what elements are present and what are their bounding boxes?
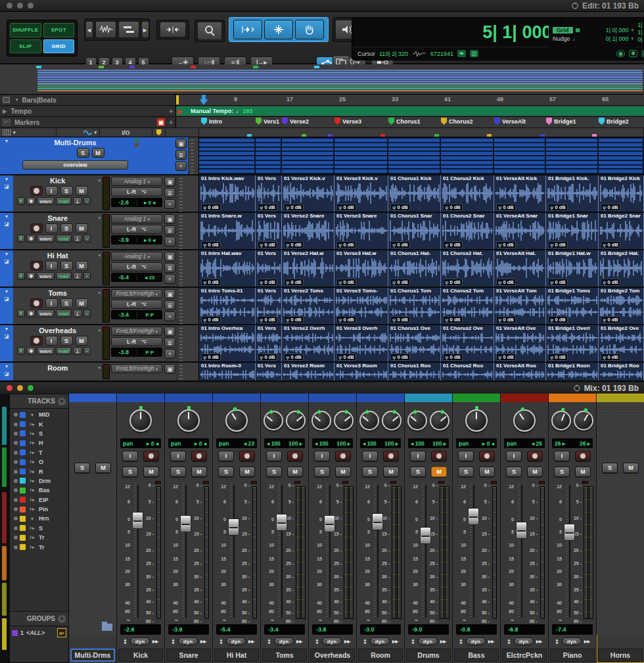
fast-forward-icon[interactable]: ▸▸ — [296, 638, 302, 645]
mute-button[interactable]: M — [76, 336, 88, 346]
tempo-ruler-label[interactable]: Tempo — [11, 108, 32, 115]
snap-icon[interactable]: ✱ — [629, 50, 637, 57]
hand-tool-icon[interactable] — [295, 20, 324, 39]
audio-clip[interactable]: 01 Verse2 Room — [282, 363, 334, 380]
automation-lane-icon[interactable]: ▣ — [175, 139, 187, 149]
fader-cap[interactable] — [228, 518, 239, 536]
bars-ruler-label[interactable]: Bars|Beats — [22, 97, 57, 104]
close-icon[interactable] — [7, 385, 12, 391]
group-list-item[interactable]: 1 <ALL> az — [10, 626, 68, 639]
solo-button[interactable]: S — [60, 336, 73, 346]
solo-button[interactable]: S — [266, 467, 282, 477]
audio-clip[interactable]: 01 Vers φ0 dB — [256, 250, 282, 286]
clip-gain-badge[interactable]: φ0 dB — [201, 354, 221, 361]
volume-display[interactable]: -5.4 — [216, 624, 257, 635]
clip-gain-badge[interactable]: φ0 dB — [548, 279, 568, 286]
sidebar-track-item-k-1[interactable]: ⊦▸ K — [10, 419, 68, 428]
output-selector[interactable]: L-R⌥ — [111, 262, 162, 271]
elastic-audio-icon[interactable]: 𝑘 — [17, 347, 25, 355]
io-column-header[interactable]: I/O — [100, 128, 152, 137]
strip-name[interactable]: Room — [358, 649, 403, 662]
freeze-icon[interactable]: ▪ — [83, 309, 91, 317]
playlist-icon[interactable]: ◪ — [4, 183, 9, 189]
playlist-icon[interactable]: ◪ — [4, 221, 9, 227]
marker-column-header[interactable] — [152, 128, 166, 137]
audio-clip[interactable]: 01 Verse2 Overh φ0 dB — [282, 325, 334, 361]
nudge-arrows-icon[interactable]: ▲▼ — [555, 638, 559, 645]
record-arm-button[interactable] — [143, 451, 159, 461]
marker-verse2[interactable]: Verse2 — [282, 118, 309, 125]
input-selector[interactable]: FrntLft/FrntRgh▾ — [111, 289, 162, 298]
strip-name[interactable]: Drums — [406, 649, 451, 662]
volume-display[interactable]: -2.6 — [120, 624, 161, 635]
pan-knob[interactable] — [225, 409, 248, 432]
voice-icon[interactable]: ⊥ — [73, 347, 83, 355]
audio-clip[interactable]: 01 Vers φ0 dB — [256, 213, 282, 249]
fader-cap[interactable] — [420, 527, 431, 544]
audio-clip[interactable]: 01 Intro Hat.wav φ0 dB — [199, 250, 256, 286]
sidebar-track-item-tr-14[interactable]: ⊦▸ Tr — [10, 542, 68, 551]
freeze-icon[interactable]: ▪ — [83, 347, 91, 355]
sidebar-track-item-t-4[interactable]: ⊦▸ T — [10, 448, 68, 457]
audio-clip[interactable]: 01 Chorus1 Roo — [388, 363, 441, 380]
sidebar-track-item-s-2[interactable]: ⊦▸ S — [10, 429, 68, 438]
clip-gain-badge[interactable]: φ0 dB — [258, 316, 277, 323]
strip-color-header[interactable] — [117, 394, 164, 402]
track-show-dot[interactable] — [14, 488, 18, 492]
shuffle-mode-button[interactable]: SHUFFLE — [10, 23, 41, 37]
clip-gain-badge[interactable]: φ0 dB — [390, 204, 410, 211]
nudge-arrows-icon[interactable]: ▲▼ — [123, 638, 127, 645]
track-menu-icon[interactable]: ▾ — [98, 178, 101, 183]
fader-cap[interactable] — [564, 524, 575, 541]
strip-name[interactable]: Hi Hat — [214, 649, 259, 662]
grid-label[interactable]: Grid — [553, 27, 573, 34]
fast-forward-icon[interactable]: ▸▸ — [200, 638, 206, 645]
clip-gain-badge[interactable]: φ0 dB — [548, 316, 568, 323]
mute-button[interactable]: M — [623, 463, 639, 473]
timebase-icon[interactable]: ✱ — [26, 309, 35, 317]
audio-clip[interactable]: 01 Vers φ0 dB — [256, 175, 282, 212]
mute-button[interactable]: M — [76, 186, 88, 196]
audio-clip[interactable]: 01 Intro Toms-01 φ0 dB — [199, 288, 256, 324]
audio-clip[interactable]: 01 Chorus2 Ove φ0 dB — [441, 325, 494, 361]
clip-gain-badge[interactable]: φ0 dB — [496, 354, 516, 361]
pan-knob[interactable] — [465, 409, 488, 432]
trim-select-icon[interactable] — [233, 20, 262, 39]
comments-icon[interactable]: ≣ — [164, 300, 175, 310]
playlist-icon[interactable]: ◪ — [4, 296, 9, 302]
audio-clip[interactable]: 01 Bridge2 Kick φ0 dB — [599, 175, 644, 212]
marker-bridge2[interactable]: Bridge2 — [599, 118, 629, 125]
clip-gain-badge[interactable]: φ0 dB — [201, 241, 221, 248]
audio-clip[interactable]: 01 VerseAlt Snar φ0 dB — [494, 213, 546, 249]
waveform-zoom-icon[interactable] — [95, 21, 116, 38]
clip-gain-badge[interactable]: φ0 dB — [390, 354, 410, 361]
audio-clip[interactable]: 01 Bridge1 Roon — [546, 363, 599, 380]
markers-ruler-area[interactable]: IntroVers1Verse2Verse3Chorus1Chorus2Vers… — [176, 117, 644, 127]
audio-clip[interactable]: 01 Verse2 Snare φ0 dB — [282, 213, 334, 249]
clip-indicator[interactable] — [582, 481, 588, 484]
universe-view[interactable] — [0, 64, 644, 95]
strip-name[interactable]: Overheads — [310, 649, 355, 662]
track-menu-icon[interactable]: ▾ — [98, 328, 101, 333]
track-show-dot[interactable] — [14, 536, 18, 539]
fast-forward-icon[interactable]: ▸▸ — [440, 638, 446, 645]
clip-gain-badge[interactable]: φ0 dB — [336, 316, 356, 323]
clip-gain-badge[interactable]: φ0 dB — [496, 279, 516, 286]
clip-gain-badge[interactable]: φ0 dB — [201, 204, 221, 211]
window-controls[interactable] — [7, 3, 34, 9]
input-monitor-button[interactable]: I — [314, 451, 330, 461]
clip-gain-badge[interactable]: φ0 dB — [258, 241, 277, 248]
marker-record-icon[interactable]: ▣ — [157, 118, 165, 126]
clip-gain-badge[interactable]: φ0 dB — [336, 354, 356, 361]
track-menu-icon[interactable]: ▾ — [98, 290, 101, 296]
solo-button[interactable]: S — [554, 467, 570, 477]
clip-gain-badge[interactable]: φ0 dB — [601, 316, 620, 323]
input-monitor-button[interactable]: I — [45, 223, 58, 233]
ruler-menu-icon[interactable] — [3, 97, 12, 103]
strip-color-header[interactable] — [309, 394, 356, 402]
sidebar-track-item-h-3[interactable]: ⊦▸ H — [10, 438, 68, 447]
audio-clip[interactable]: 01 Bridge2 Tom φ0 dB — [599, 288, 644, 324]
mute-button[interactable]: M — [76, 261, 88, 271]
track-collapse-icon[interactable]: ▼ — [5, 252, 9, 256]
solo-button[interactable]: S — [122, 467, 138, 477]
